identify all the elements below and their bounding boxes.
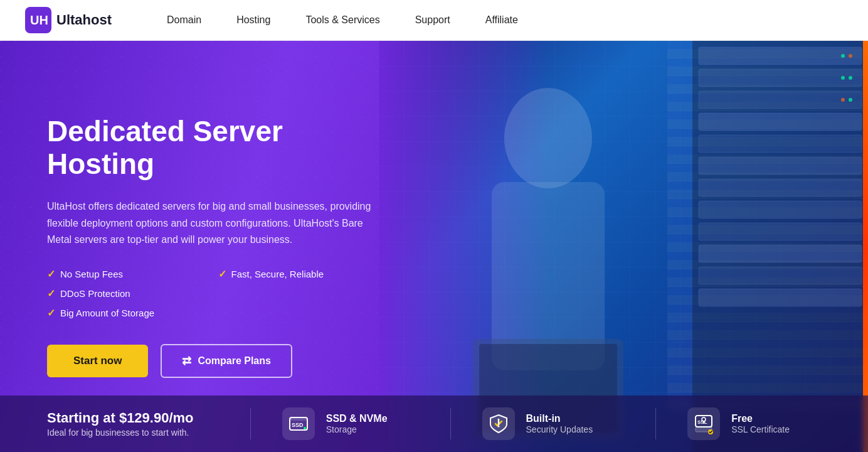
- nav-link-support[interactable]: Support: [398, 0, 468, 41]
- hero-title: Dedicated Server Hosting: [47, 115, 389, 181]
- hero-section: Dedicated Server Hosting UltaHost offers…: [0, 41, 868, 452]
- check-icon-3: ✓: [47, 288, 55, 299]
- svg-rect-7: [699, 47, 862, 65]
- bottom-feature-ssd: SSD SSD & NVMe Storage: [282, 407, 388, 440]
- ssd-feature-text: SSD & NVMe Storage: [326, 413, 388, 434]
- price-main: Starting at $129.90/mo: [47, 410, 219, 426]
- bottom-bar: Starting at $129.90/mo Ideal for big bus…: [0, 396, 868, 452]
- svg-rect-13: [699, 179, 862, 196]
- bottom-feature-ssl: SSL Free SSL Certificate: [687, 407, 790, 440]
- feature-label-2: Fast, Secure, Reliable: [231, 269, 324, 279]
- nav-item-affiliate[interactable]: Affiliate: [468, 0, 536, 41]
- svg-rect-18: [699, 289, 862, 306]
- bottom-divider-1: [250, 408, 251, 439]
- svg-point-19: [841, 54, 845, 58]
- person-silhouette: [416, 63, 680, 452]
- ssl-icon-wrap: SSL: [687, 407, 720, 440]
- svg-rect-12: [699, 157, 862, 175]
- logo[interactable]: UH Ultahost: [25, 7, 112, 33]
- bottom-divider-2: [450, 408, 451, 439]
- nav-link-hosting[interactable]: Hosting: [219, 0, 288, 41]
- security-subtitle: Security Updates: [526, 424, 593, 434]
- hero-description: UltaHost offers dedicated servers for bi…: [47, 198, 386, 248]
- ssl-icon: SSL: [693, 413, 714, 434]
- security-icon-wrap: [482, 407, 515, 440]
- svg-rect-28: [290, 417, 307, 421]
- svg-point-24: [849, 98, 852, 102]
- ssd-subtitle: Storage: [326, 424, 388, 434]
- security-feature-text: Built-in Security Updates: [526, 413, 593, 434]
- ssd-title: SSD & NVMe: [326, 413, 388, 424]
- security-title: Built-in: [526, 413, 593, 424]
- feature-item-1: ✓ No Setup Fees: [47, 268, 218, 280]
- ssd-icon: SSD: [288, 413, 309, 434]
- nav-item-tools[interactable]: Tools & Services: [288, 0, 397, 41]
- svg-rect-10: [699, 113, 862, 131]
- svg-point-20: [849, 54, 852, 58]
- ssl-subtitle: SSL Certificate: [731, 424, 790, 434]
- compare-plans-label: Compare Plans: [198, 355, 270, 367]
- bottom-price-block: Starting at $129.90/mo Ideal for big bus…: [47, 410, 219, 438]
- nav-link-tools[interactable]: Tools & Services: [288, 0, 397, 41]
- bottom-feature-security: Built-in Security Updates: [482, 407, 593, 440]
- hero-image-overlay: [379, 41, 868, 452]
- svg-point-21: [841, 76, 845, 80]
- svg-rect-17: [699, 267, 862, 284]
- feature-item-4: ✓ Big Amount of Storage: [47, 307, 389, 319]
- logo-text: Ultahost: [56, 12, 112, 28]
- compare-plans-button[interactable]: ⇄ Compare Plans: [161, 344, 292, 378]
- svg-point-22: [849, 76, 852, 80]
- features-list: ✓ No Setup Fees ✓ Fast, Secure, Reliable…: [47, 268, 389, 319]
- feature-item-3: ✓ DDoS Protection: [47, 288, 218, 299]
- check-icon-1: ✓: [47, 268, 55, 280]
- svg-rect-8: [699, 69, 862, 87]
- feature-item-2: ✓ Fast, Secure, Reliable: [218, 268, 389, 280]
- svg-text:UH: UH: [30, 13, 48, 27]
- svg-rect-14: [699, 201, 862, 218]
- svg-point-23: [841, 98, 845, 102]
- nav-item-domain[interactable]: Domain: [149, 0, 219, 41]
- check-icon-2: ✓: [218, 268, 226, 280]
- ssl-feature-text: Free SSL Certificate: [731, 413, 790, 434]
- shield-security-icon: [488, 413, 509, 434]
- ssl-title: Free: [731, 413, 790, 424]
- nav-item-support[interactable]: Support: [398, 0, 468, 41]
- hero-buttons: Start now ⇄ Compare Plans: [47, 344, 389, 378]
- hero-content: Dedicated Server Hosting UltaHost offers…: [0, 115, 389, 379]
- svg-point-2: [504, 88, 592, 188]
- svg-rect-15: [699, 223, 862, 240]
- feature-label-1: No Setup Fees: [60, 269, 123, 279]
- svg-point-27: [304, 427, 306, 429]
- nav-item-hosting[interactable]: Hosting: [219, 0, 288, 41]
- check-icon-4: ✓: [47, 307, 55, 319]
- logo-icon: UH: [25, 7, 51, 33]
- compare-icon: ⇄: [182, 354, 191, 368]
- svg-rect-9: [699, 91, 862, 109]
- bottom-divider-3: [655, 408, 656, 439]
- svg-text:SSD: SSD: [292, 422, 304, 428]
- navbar: UH Ultahost Domain Hosting Tools & Servi…: [0, 0, 868, 41]
- nav-link-affiliate[interactable]: Affiliate: [468, 0, 536, 41]
- nav-links: Domain Hosting Tools & Services Support …: [149, 0, 536, 41]
- ssd-icon-wrap: SSD: [282, 407, 315, 440]
- feature-label-4: Big Amount of Storage: [60, 308, 154, 318]
- server-rack-right: [692, 41, 868, 452]
- svg-rect-11: [699, 135, 862, 153]
- svg-point-29: [497, 426, 499, 428]
- start-now-button[interactable]: Start now: [47, 345, 148, 377]
- nav-link-domain[interactable]: Domain: [149, 0, 219, 41]
- feature-label-3: DDoS Protection: [60, 288, 130, 299]
- right-accent: [863, 41, 868, 452]
- price-subtitle: Ideal for big businesses to start with.: [47, 428, 219, 438]
- svg-rect-16: [699, 245, 862, 262]
